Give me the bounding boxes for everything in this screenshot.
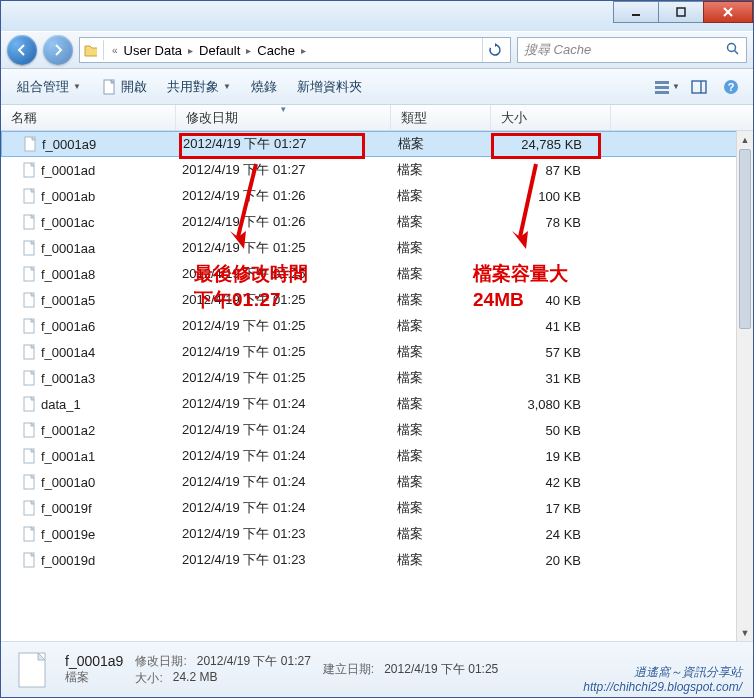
file-icon [21,266,37,282]
file-row[interactable]: f_0001a12012/4/19 下午 01:24檔案19 KB [1,443,753,469]
minimize-button[interactable] [613,1,659,23]
burn-button[interactable]: 燒錄 [243,74,285,100]
file-icon [101,79,117,95]
column-type[interactable]: 類型 [391,105,491,130]
file-date: 2012/4/19 下午 01:25 [176,369,391,387]
file-row[interactable]: f_0001a62012/4/19 下午 01:25檔案41 KB [1,313,753,339]
file-name: f_0001aa [41,241,95,256]
help-button[interactable]: ? [717,75,745,99]
file-row[interactable]: f_0001a22012/4/19 下午 01:24檔案50 KB [1,417,753,443]
svg-rect-8 [655,86,669,89]
file-icon [21,292,37,308]
file-row[interactable]: f_0001ab2012/4/19 下午 01:26檔案100 KB [1,183,753,209]
file-row[interactable]: f_0001ac2012/4/19 下午 01:26檔案78 KB [1,209,753,235]
file-size: 78 KB [491,215,611,230]
view-menu[interactable]: ▼ [653,75,681,99]
file-name: f_0001ac [41,215,95,230]
file-type: 檔案 [391,525,491,543]
file-row[interactable]: f_0001a82012/4/19 下午 01:25檔案 [1,261,753,287]
file-row[interactable]: f_0001aa2012/4/19 下午 01:25檔案 [1,235,753,261]
details-created: 2012/4/19 下午 01:25 [384,661,498,678]
file-name: f_00019d [41,553,95,568]
file-row[interactable]: f_00019e2012/4/19 下午 01:23檔案24 KB [1,521,753,547]
vertical-scrollbar[interactable]: ▲ ▼ [736,131,753,641]
scroll-down-arrow[interactable]: ▼ [737,624,753,641]
scroll-thumb[interactable] [739,149,751,329]
file-name: f_0001a4 [41,345,95,360]
watermark: 逍遙窩～資訊分享站 http://chihchi29.blogspot.com/ [583,665,742,694]
navbar: « User Data ▸ Default ▸ Cache ▸ 搜尋 Cache [1,31,753,69]
titlebar [1,1,753,31]
open-button[interactable]: 開啟 [93,74,155,100]
file-date: 2012/4/19 下午 01:24 [176,395,391,413]
search-placeholder: 搜尋 Cache [524,41,591,59]
file-name: f_0001ab [41,189,95,204]
file-type: 檔案 [392,135,492,153]
file-date: 2012/4/19 下午 01:26 [176,187,391,205]
file-row[interactable]: f_00019f2012/4/19 下午 01:24檔案17 KB [1,495,753,521]
file-row[interactable]: f_0001a52012/4/19 下午 01:25檔案40 KB [1,287,753,313]
breadcrumb-separator: ▸ [244,45,253,56]
scroll-up-arrow[interactable]: ▲ [737,131,753,148]
file-icon [21,344,37,360]
refresh-button[interactable] [482,38,506,62]
share-menu[interactable]: 共用對象▼ [159,74,239,100]
forward-button[interactable] [43,35,73,65]
details-filetype: 檔案 [65,669,123,686]
file-date: 2012/4/19 下午 01:27 [176,161,391,179]
file-name: f_0001a0 [41,475,95,490]
breadcrumb[interactable]: User Data [120,43,187,58]
details-filename: f_0001a9 [65,653,123,669]
file-icon [21,214,37,230]
column-date[interactable]: ▾修改日期 [176,105,391,130]
file-size: 42 KB [491,475,611,490]
details-size-label: 大小: [135,670,162,687]
file-icon [21,526,37,542]
file-name: f_0001a9 [42,137,96,152]
file-type: 檔案 [391,213,491,231]
svg-rect-1 [677,8,685,16]
search-box[interactable]: 搜尋 Cache [517,37,747,63]
file-row[interactable]: f_0001ad2012/4/19 下午 01:27檔案87 KB [1,157,753,183]
file-size: 31 KB [491,371,611,386]
column-headers: 名稱 ▾修改日期 類型 大小 [1,105,753,131]
close-button[interactable] [703,1,753,23]
file-name: f_0001a8 [41,267,95,282]
svg-line-5 [735,50,739,54]
folder-icon [84,40,104,60]
back-button[interactable] [7,35,37,65]
file-name: f_0001a1 [41,449,95,464]
file-icon [21,448,37,464]
file-row[interactable]: f_0001a32012/4/19 下午 01:25檔案31 KB [1,365,753,391]
breadcrumb[interactable]: Default [195,43,244,58]
file-icon [11,649,53,691]
file-name: f_0001a5 [41,293,95,308]
file-name: f_0001ad [41,163,95,178]
file-row[interactable]: f_0001a92012/4/19 下午 01:27檔案24,785 KB [1,131,753,157]
preview-pane-button[interactable] [685,75,713,99]
organize-menu[interactable]: 組合管理▼ [9,74,89,100]
file-size: 100 KB [491,189,611,204]
address-bar[interactable]: « User Data ▸ Default ▸ Cache ▸ [79,37,511,63]
column-name[interactable]: 名稱 [1,105,176,130]
file-type: 檔案 [391,395,491,413]
column-size[interactable]: 大小 [491,105,611,130]
file-list: f_0001a92012/4/19 下午 01:27檔案24,785 KBf_0… [1,131,753,641]
maximize-button[interactable] [658,1,704,23]
file-row[interactable]: data_12012/4/19 下午 01:24檔案3,080 KB [1,391,753,417]
file-icon [21,240,37,256]
file-size: 57 KB [491,345,611,360]
file-icon [21,162,37,178]
file-icon [21,188,37,204]
file-row[interactable]: f_0001a42012/4/19 下午 01:25檔案57 KB [1,339,753,365]
breadcrumb[interactable]: Cache [253,43,299,58]
file-date: 2012/4/19 下午 01:25 [176,317,391,335]
new-folder-button[interactable]: 新增資料夾 [289,74,370,100]
file-date: 2012/4/19 下午 01:24 [176,421,391,439]
file-icon [21,552,37,568]
file-size: 24,785 KB [492,137,612,152]
svg-text:?: ? [728,81,735,93]
file-row[interactable]: f_00019d2012/4/19 下午 01:23檔案20 KB [1,547,753,573]
file-name: data_1 [41,397,81,412]
file-row[interactable]: f_0001a02012/4/19 下午 01:24檔案42 KB [1,469,753,495]
